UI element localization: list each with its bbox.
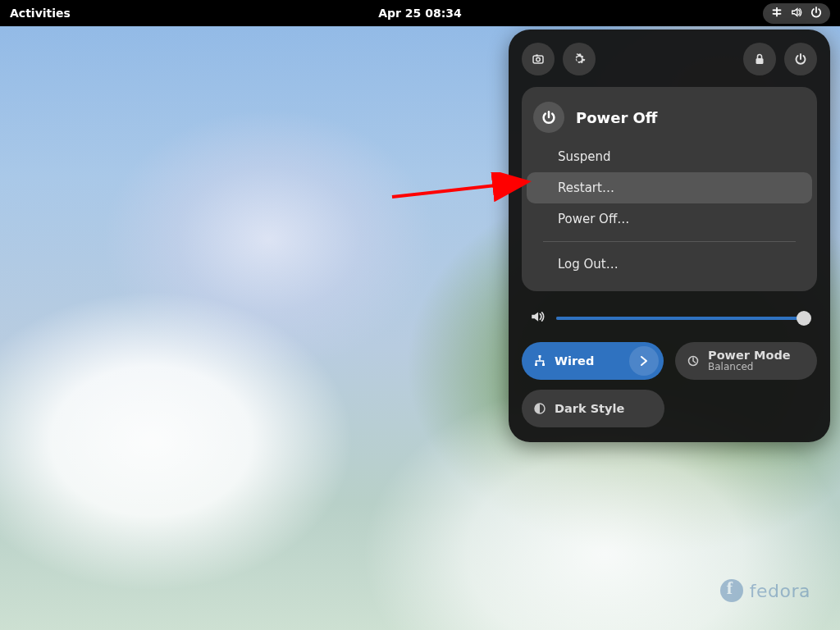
svg-rect-2 (773, 12, 775, 14)
network-icon (771, 7, 783, 21)
restart-item[interactable]: Restart… (527, 172, 812, 203)
power-icon (810, 7, 822, 21)
svg-line-13 (392, 182, 525, 197)
quick-toggles-row-2: Dark Style (522, 390, 817, 427)
dark-style-toggle[interactable]: Dark Style (522, 390, 664, 427)
power-mode-label: Power Mode (708, 349, 791, 363)
svg-point-5 (536, 57, 541, 62)
dark-style-label: Dark Style (555, 402, 624, 415)
svg-rect-4 (533, 56, 543, 63)
settings-button[interactable] (563, 43, 596, 75)
screenshot-button[interactable] (522, 43, 555, 75)
svg-rect-1 (779, 9, 782, 11)
wired-label: Wired (555, 354, 594, 368)
volume-row (522, 291, 817, 342)
activities-button[interactable]: Activities (10, 7, 71, 20)
quick-toggles-row-1: Wired Power Mode Balanced (522, 342, 817, 380)
svg-rect-9 (535, 363, 537, 366)
svg-rect-10 (542, 363, 545, 366)
lock-button[interactable] (743, 43, 776, 75)
power-off-card: Power Off Suspend Restart… Power Off… Lo… (522, 87, 817, 291)
power-off-header: Power Off (522, 95, 817, 141)
volume-icon (791, 7, 802, 21)
log-out-item[interactable]: Log Out… (522, 249, 817, 280)
power-off-title: Power Off (576, 109, 657, 126)
system-menu-panel: Power Off Suspend Restart… Power Off… Lo… (509, 30, 830, 442)
fedora-watermark: fedora (720, 579, 810, 602)
wired-toggle[interactable]: Wired (522, 342, 664, 380)
menu-separator (543, 241, 796, 242)
volume-icon (530, 309, 545, 327)
svg-rect-6 (536, 55, 538, 57)
svg-rect-7 (756, 58, 764, 64)
power-mode-sublabel: Balanced (708, 362, 791, 373)
power-icon (533, 102, 564, 133)
power-off-item[interactable]: Power Off… (522, 203, 817, 235)
volume-thumb[interactable] (797, 311, 811, 326)
svg-rect-8 (539, 355, 541, 358)
clock[interactable]: Apr 25 08:34 (378, 7, 462, 20)
panel-top-row (522, 43, 817, 75)
suspend-item[interactable]: Suspend (522, 141, 817, 172)
volume-fill (556, 317, 804, 320)
top-bar: Activities Apr 25 08:34 (0, 0, 840, 26)
svg-rect-0 (773, 9, 775, 11)
power-mode-toggle[interactable]: Power Mode Balanced (675, 342, 817, 380)
volume-slider[interactable] (556, 317, 809, 320)
wired-arrow[interactable] (629, 346, 659, 376)
fedora-wordmark: fedora (750, 581, 810, 601)
svg-rect-3 (779, 12, 782, 14)
status-area[interactable] (763, 3, 830, 24)
power-button[interactable] (784, 43, 817, 75)
fedora-logo-icon (720, 579, 743, 602)
